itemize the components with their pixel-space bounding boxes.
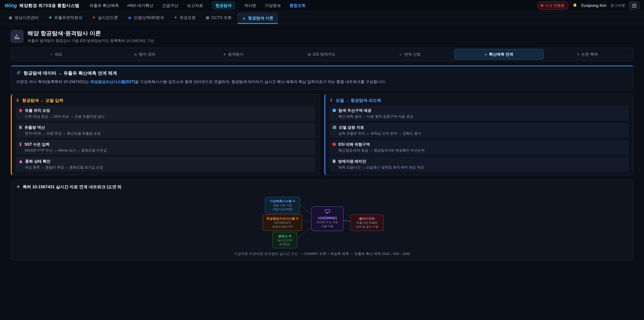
tab-detection-equipment[interactable]: ◎탐지 장비 (100, 49, 189, 60)
pin-icon (18, 108, 23, 112)
sensor-icon: ✦ (223, 53, 226, 56)
subnav-oil-area-analysis[interactable]: ✚ 유출유면적분석 (45, 12, 86, 24)
analysis-icon: ✚ (49, 16, 52, 20)
brand-wing: Wing (5, 3, 17, 9)
linkage-heading: 항공탐색 데이터 → 유출유 확산예측 연계 체계 (24, 70, 117, 76)
subnav-realtime-drone[interactable]: ✈ 실시간드론 (88, 12, 122, 24)
nav-weather-info[interactable]: 기상정보 (265, 3, 281, 8)
outbox-upload-icon: ⇧ (330, 98, 333, 103)
page-header: 해양 항공탐색·원격탐사 이론 유출유 원격탐지·항공감시 기법·ESI 방제정… (11, 30, 633, 43)
list-item: 탐색 우선구역 제공 확산 예측 결과 → 다음 항차 집중구역 자동 생성 (330, 106, 629, 121)
app-logo: Wing 해양환경 위기대응 통합시스템 (5, 3, 80, 9)
scope-icon: ◎ (134, 53, 137, 56)
clipboard-icon (333, 160, 336, 163)
tab-prediction-linkage[interactable]: ∞확산예측 연계 (454, 49, 544, 60)
network-icon: ❖ (16, 185, 20, 189)
menu-button[interactable] (629, 2, 639, 10)
bar-chart-icon (333, 126, 336, 129)
incident-status-badge: 사고 진행중 (537, 1, 568, 10)
tab-remote-sensing[interactable]: ✦원격탐사 (189, 49, 278, 60)
inbox-download-icon: ⇩ (16, 98, 20, 103)
drone-icon: ✈ (92, 16, 96, 20)
node-tide-station: 검조소 ③ 실시간 조위 조석정보 (272, 232, 297, 248)
theory-chart-icon: ▲ (242, 16, 246, 20)
notification-bell-icon[interactable] (572, 3, 578, 8)
tab-overview[interactable]: ◐개요 (12, 49, 100, 60)
page-title: 해양 항공탐색·원격탐사 이론 (28, 30, 154, 37)
network-card-title: 특허 10-1567431 실시간 자료 연계 네트워크 (도면 9) (23, 184, 122, 190)
logout-button[interactable]: 로그아웃 (610, 3, 625, 8)
linkage-panel: 항공탐색 데이터 → 유출유 확산예측 연계 체계 이문진 박사 특허(등록특허… (11, 66, 633, 90)
subnav-aerial-search-theory[interactable]: ▲ 항공탐색 이론 (238, 13, 278, 24)
main-content: 해양 항공탐색·원격탐사 이론 유출유 원격탐지·항공감시 기법·ESI 방제정… (0, 24, 644, 266)
report-chart-icon (11, 30, 24, 43)
map-grid-icon: ▤ (308, 53, 311, 56)
link-icon (16, 70, 21, 76)
node-wing-server: 서버(WING) 데이터 수신·저장 모델 구동 (311, 206, 344, 231)
flask-icon (19, 160, 22, 163)
sst-system-link[interactable]: 위성영상수신시스템(SST) (90, 80, 135, 84)
model-feedback-card: ⇧ 모델 → 항공탐색 피드백 탐색 우선구역 제공 확산 예측 결과 → 다음… (324, 94, 633, 175)
nav-board[interactable]: 게시판 (244, 3, 256, 8)
top-bar: Wing 해양환경 위기대응 통합시스템 유출유 확산예측 HNS·대기확산 긴… (0, 0, 644, 12)
model-input-card-title: 항공탐색 → 모델 입력 (22, 98, 64, 103)
nav-hns-atmospheric[interactable]: HNS·대기확산 (128, 3, 154, 8)
subnav-cctv[interactable]: ▦ CCTV 조회 (202, 12, 236, 24)
tab-area-calculation[interactable]: ▱면적 산정 (366, 49, 454, 60)
monitor-icon (324, 209, 330, 215)
theory-tab-bar: ◐개요 ◎탐지 장비 ✦원격탐사 ▤ESI 방제지도 ▱면적 산정 ∞확산예측 … (11, 48, 633, 61)
chain-link-icon: ∞ (484, 53, 487, 56)
globe-icon: ◐ (50, 53, 52, 56)
list-item: 풍화 상태 확인 색상 분류 → 증발비 추정 → 풍화모델 초기값 보정 (16, 157, 315, 172)
list-item: 모델 검증 자료 실측 유출유 위치 ↔ 예측값 오차 분석 → 정확도 평가 (330, 123, 629, 138)
document-lines-icon: ≡ (578, 53, 580, 56)
map-icon (333, 109, 336, 112)
subnav-image-photo-management[interactable]: ▣ 영상사진관리 (5, 12, 43, 24)
network-card: ❖ 특허 10-1567431 실시간 자료 연계 네트워크 (도면 9) 기상… (11, 180, 633, 260)
oil-barrel-icon (19, 126, 22, 129)
model-feedback-card-title: 모델 → 항공탐색 피드백 (336, 98, 381, 103)
thermometer-icon (20, 142, 21, 146)
user-name: Eunjeong Kim (582, 3, 606, 8)
main-nav: 유출유 확산예측 HNS·대기확산 긴급구난 보고자료 항공탐색 게시판 기상정… (90, 1, 306, 10)
tab-papers-patents[interactable]: ≡논문·특허 (544, 49, 632, 60)
nav-reports[interactable]: 보고자료 (187, 3, 203, 8)
node-satellite-receiver: 위성영상수신시스템 ② SST(NGSST) 토호쿠대학 FTP (263, 214, 302, 231)
network-diagram: 기상예측시스템 ① 바람·기온·기압 국립기상과학원 위성영상수신시스템 ② S… (215, 192, 429, 248)
list-item: SST 수온 입력 NGSST FTP 수신 → Akima 보간 → 풍화모델… (16, 140, 315, 155)
nav-aerial-search[interactable]: 항공탐색 (212, 1, 235, 10)
page-subtitle: 유출유 원격탐지·항공감시 기법·ESI 방제정보지도·등록특허 10-1567… (28, 38, 154, 43)
network-caption: 기상자료·수온자료·조석정보 실시간 수신 → CHARRY 조류 + 취송류 … (16, 251, 628, 256)
nav-emergency-rescue[interactable]: 긴급구난 (162, 3, 178, 8)
incident-status-label: 사고 진행중 (545, 3, 564, 8)
list-item: 유출량 역산 면적×두께 → 유량 추정 → 확산모델 유출량 보정 (16, 123, 315, 138)
subnav-pollution-ship-3d[interactable]: ◉ 오염/선박3D분석 (124, 12, 168, 24)
photo-icon: ▣ (9, 16, 12, 20)
linkage-intro: 이문진 박사 특허(등록특허 10-1567431)는 위성영상수신시스템(SS… (16, 79, 628, 85)
list-item: 유출 위치 보정 드론·위성 영상 → GPS 좌표 → 모델 유출지점 갱신 (16, 106, 315, 121)
app-title: 해양환경 위기대응 통합시스템 (19, 3, 79, 9)
list-item: 방제자원 배치안 예측 도달시간 → 오일펜스·방제정 최적 배치 좌표 제공 (330, 157, 629, 172)
status-dot-icon (541, 5, 543, 7)
subnav-satellite-request[interactable]: ✦ 위성요청 (170, 12, 200, 24)
nav-oil-spill-prediction[interactable]: 유출유 확산예측 (90, 3, 119, 8)
model-input-card: ⇩ 항공탐색 → 모델 입력 유출 위치 보정 드론·위성 영상 → GPS 좌… (11, 94, 320, 175)
satellite-icon: ✦ (174, 16, 177, 20)
tab-esi-map[interactable]: ▤ESI 방제지도 (278, 49, 366, 60)
sphere-3d-icon: ◉ (128, 16, 131, 20)
list-item: ESI 피해 위험구역 확산경로×ESI 등급 → 항공탐색 ESI 현장확인 … (330, 140, 629, 155)
node-weather-system: 기상예측시스템 ① 바람·기온·기압 국립기상과학원 (265, 197, 300, 213)
ruler-icon: ▱ (400, 53, 402, 56)
cctv-icon: ▦ (206, 16, 209, 20)
top-bar-right: 사고 진행중 Eunjeong Kim 로그아웃 (537, 1, 639, 10)
node-client: 클라이언트 유출지점·유출량 입력 및 결과 수령 (350, 214, 384, 231)
sub-nav: ▣ 영상사진관리 ✚ 유출유면적분석 ✈ 실시간드론 ◉ 오염/선박3D분석 ✦… (0, 12, 644, 24)
nav-integrated-search[interactable]: 통합조회 (290, 3, 306, 8)
linkage-cards: ⇩ 항공탐색 → 모델 입력 유출 위치 보정 드론·위성 영상 → GPS 좌… (11, 94, 633, 175)
alert-siren-icon (333, 143, 336, 146)
